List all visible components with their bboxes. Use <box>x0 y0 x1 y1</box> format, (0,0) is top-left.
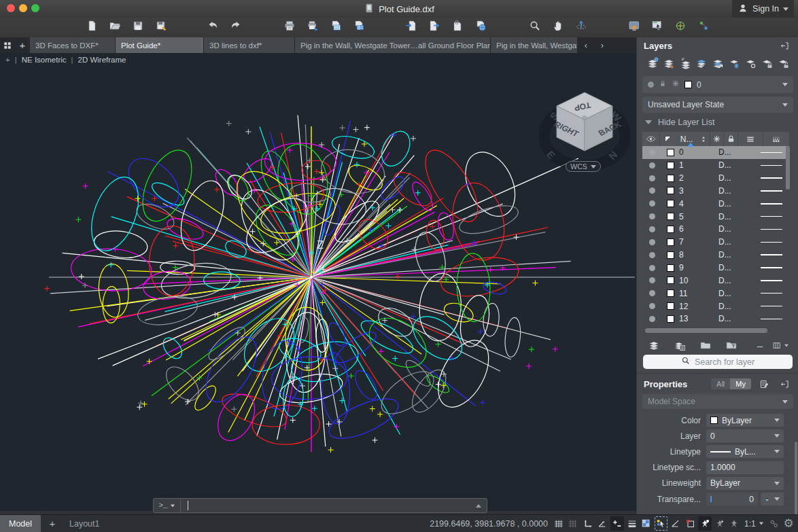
layer-color-swatch[interactable] <box>667 187 674 194</box>
layer-row[interactable]: 13D... <box>642 313 789 325</box>
tab-overview-button[interactable] <box>0 37 15 53</box>
column-linetype[interactable] <box>738 132 763 146</box>
layer-list-vscrollbar[interactable] <box>786 146 790 190</box>
layer-on-icon[interactable] <box>649 213 655 219</box>
layer-row[interactable]: 1D... <box>642 159 789 172</box>
collapse-panel-icon[interactable] <box>777 376 792 391</box>
space-selector[interactable]: Model Space <box>642 394 793 409</box>
unlock-layer-button[interactable] <box>776 56 791 71</box>
annotation-autoscale-toggle[interactable] <box>713 516 727 531</box>
layer-color-swatch[interactable] <box>667 251 674 259</box>
linetype-scale-input[interactable]: 1.0000 <box>706 461 784 474</box>
layer-state-dropdown[interactable]: Unsaved Layer State <box>642 96 793 113</box>
clean-screen-toggle[interactable] <box>684 516 697 531</box>
lineweight-display-toggle[interactable] <box>625 516 639 531</box>
find-button[interactable] <box>672 18 689 36</box>
layer-on-icon[interactable] <box>649 226 655 232</box>
layer-row[interactable]: 0D... <box>642 146 789 159</box>
filter-my-button[interactable]: My <box>730 378 751 389</box>
viewport-add-button[interactable]: + <box>5 56 10 64</box>
layer-color-swatch[interactable] <box>667 264 674 272</box>
save-button[interactable] <box>129 18 147 36</box>
plot-button[interactable] <box>281 18 298 36</box>
transparency-slider[interactable]: 0 <box>706 493 758 506</box>
layer-color-swatch[interactable] <box>667 277 674 284</box>
column-visibility[interactable] <box>642 132 659 146</box>
angle-override-toggle[interactable] <box>669 516 682 531</box>
column-sort[interactable] <box>698 132 709 146</box>
layer-color-swatch[interactable] <box>667 226 674 233</box>
layer-on-icon[interactable] <box>649 239 655 245</box>
layer-row[interactable]: 12D... <box>642 300 789 313</box>
layer-row[interactable]: 3D... <box>642 185 789 198</box>
unit-link-toggle[interactable] <box>767 516 781 531</box>
match-layer-button[interactable] <box>710 56 725 71</box>
collapse-panel-icon[interactable] <box>777 38 792 53</box>
layer-color-swatch[interactable] <box>667 175 674 182</box>
layer-row[interactable]: 2D... <box>642 172 789 185</box>
page-setup-button[interactable] <box>327 18 345 36</box>
layer-color-swatch[interactable] <box>667 149 674 156</box>
new-file-button[interactable] <box>83 18 101 36</box>
set-current-button[interactable] <box>694 56 709 71</box>
pan-button[interactable] <box>549 18 567 36</box>
new-layout-button[interactable]: + <box>41 518 64 529</box>
drawing-tab[interactable]: Pig in the Wall, Westgate Tower…all Grou… <box>295 37 491 53</box>
edit-properties-icon[interactable] <box>757 376 771 391</box>
off-layer-button[interactable] <box>743 56 758 71</box>
ortho-toggle[interactable] <box>581 516 595 531</box>
plot-add-button[interactable] <box>304 18 322 36</box>
layer-on-icon[interactable] <box>649 149 655 156</box>
layer-row[interactable]: 4D... <box>642 197 789 210</box>
delete-layer-button[interactable] <box>661 56 676 71</box>
column-freeze[interactable] <box>710 132 723 146</box>
columns-button[interactable] <box>772 340 789 351</box>
layer-settings-button[interactable] <box>672 338 687 353</box>
layer-row[interactable]: 9D... <box>642 262 789 274</box>
layer-on-icon[interactable] <box>649 252 655 258</box>
new-drawing-tab-button[interactable]: + <box>15 37 30 53</box>
model-tab[interactable]: Model <box>0 515 41 532</box>
layer-color-swatch[interactable] <box>667 315 674 323</box>
grid-toggle[interactable] <box>552 516 566 531</box>
layer-on-icon[interactable] <box>649 290 655 296</box>
publish-web-button[interactable] <box>472 18 489 36</box>
isolate-layer-button[interactable] <box>646 338 661 353</box>
drawing-tab[interactable]: Pig in the Wall, Westgate Tower…te I <box>491 37 578 53</box>
drawing-tab[interactable]: Plot Guide* <box>116 37 204 53</box>
view-selector[interactable]: NE Isometric <box>22 56 67 64</box>
zoom-button[interactable] <box>526 18 544 36</box>
layer-color-swatch[interactable] <box>667 213 674 220</box>
tab-scroll-forward-button[interactable]: › <box>594 37 610 53</box>
layer-on-icon[interactable] <box>649 162 655 169</box>
transparency-mode-dropdown[interactable] <box>761 493 784 506</box>
column-name[interactable]: N... <box>675 132 698 146</box>
layer-color-swatch[interactable] <box>667 289 674 297</box>
properties-vscrollbar[interactable] <box>795 442 797 516</box>
import-button[interactable] <box>402 18 420 36</box>
layer-row[interactable]: 11D... <box>642 287 789 300</box>
drawing-tab[interactable]: 3D Faces to DXF* <box>30 37 116 53</box>
layer-table-header[interactable]: N... <box>642 132 789 146</box>
linetype-dropdown[interactable]: ByL... <box>706 445 784 458</box>
transparency-toggle[interactable] <box>640 516 653 531</box>
viewport-config-button[interactable] <box>625 18 643 36</box>
remove-column-button[interactable]: – <box>757 340 763 351</box>
freeze-layer-button[interactable] <box>727 56 742 71</box>
named-plot-button[interactable] <box>350 18 368 36</box>
new-layer-button[interactable] <box>645 56 660 71</box>
share-button[interactable] <box>695 18 712 36</box>
layer-color-swatch[interactable] <box>667 200 674 207</box>
layer-dropdown[interactable]: 0 <box>706 429 784 442</box>
group-filter-button[interactable] <box>724 338 739 353</box>
hide-layer-list-toggle[interactable]: Hide Layer List <box>645 116 714 129</box>
select-screen-button[interactable] <box>648 18 666 36</box>
tab-scroll-back-button[interactable]: ‹ <box>578 37 594 53</box>
annotation-visibility-toggle[interactable] <box>698 516 712 531</box>
layer-row[interactable]: 8D... <box>642 249 789 262</box>
undo-button[interactable] <box>204 18 222 36</box>
layer-on-icon[interactable] <box>649 303 655 309</box>
lineweight-dropdown[interactable]: ByLayer <box>706 477 784 490</box>
undo-layer-button[interactable] <box>678 56 693 71</box>
new-group-button[interactable] <box>698 338 713 353</box>
